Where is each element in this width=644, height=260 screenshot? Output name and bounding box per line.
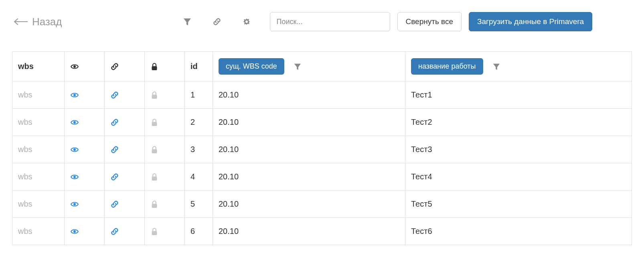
cell-link[interactable] xyxy=(105,136,145,163)
eye-icon xyxy=(70,63,79,71)
cell-lock[interactable] xyxy=(145,81,185,109)
lock-icon xyxy=(150,118,158,126)
header-lock[interactable] xyxy=(145,52,185,81)
eye-icon xyxy=(70,118,79,126)
cell-wbs: wbs xyxy=(12,136,65,163)
cell-lock[interactable] xyxy=(145,163,185,191)
cell-wbs-code: 20.10 xyxy=(213,163,405,191)
cell-work-name: Тест6 xyxy=(405,218,632,245)
header-work-name[interactable]: название работы xyxy=(405,52,632,81)
link-icon xyxy=(110,62,119,71)
cell-id: 2 xyxy=(185,109,213,136)
header-wbs-code[interactable]: сущ. WBS code xyxy=(213,52,405,81)
header-link[interactable] xyxy=(105,52,145,81)
link-icon xyxy=(110,200,119,209)
search-input[interactable] xyxy=(270,12,390,31)
link-icon xyxy=(213,17,221,26)
cell-lock[interactable] xyxy=(145,109,185,136)
lock-icon xyxy=(150,173,158,181)
table-row[interactable]: wbs420.10Тест4 xyxy=(12,163,632,191)
header-id[interactable]: id xyxy=(185,52,213,81)
wbs-code-pill[interactable]: сущ. WBS code xyxy=(219,58,284,75)
cell-link[interactable] xyxy=(105,163,145,191)
gear-icon xyxy=(242,17,251,26)
link-button[interactable] xyxy=(211,16,223,27)
work-name-pill[interactable]: название работы xyxy=(411,58,483,75)
link-icon xyxy=(110,118,119,127)
table-row[interactable]: wbs120.10Тест1 xyxy=(12,81,632,109)
header-wbs[interactable]: wbs xyxy=(12,52,65,81)
link-icon xyxy=(110,145,119,154)
collapse-all-button[interactable]: Свернуть все xyxy=(397,12,462,31)
lock-icon xyxy=(150,228,158,236)
lock-icon xyxy=(150,91,158,99)
cell-wbs: wbs xyxy=(12,218,65,245)
cell-id: 3 xyxy=(185,136,213,163)
load-primavera-button[interactable]: Загрузить данные в Primavera xyxy=(469,12,592,31)
table-header-row: wbs id сущ. WBS code xyxy=(12,52,632,81)
eye-icon xyxy=(70,228,79,236)
cell-wbs: wbs xyxy=(12,109,65,136)
lock-icon xyxy=(150,63,158,71)
link-icon xyxy=(110,91,119,100)
eye-icon xyxy=(70,200,79,208)
cell-wbs-code: 20.10 xyxy=(213,136,405,163)
cell-id: 6 xyxy=(185,218,213,245)
cell-link[interactable] xyxy=(105,191,145,218)
cell-wbs-code: 20.10 xyxy=(213,81,405,109)
eye-icon xyxy=(70,91,79,99)
cell-id: 1 xyxy=(185,81,213,109)
cell-work-name: Тест1 xyxy=(405,81,632,109)
link-icon xyxy=(110,227,119,236)
lock-icon xyxy=(150,146,158,154)
toolbar: Назад Свернуть все Загрузить данные в Pr… xyxy=(12,12,632,31)
wbs-code-filter[interactable] xyxy=(294,63,302,71)
cell-lock[interactable] xyxy=(145,218,185,245)
filter-icon xyxy=(492,63,500,71)
back-button[interactable]: Назад xyxy=(12,16,62,28)
eye-icon xyxy=(70,173,79,181)
data-table: wbs id сущ. WBS code xyxy=(12,51,632,245)
cell-link[interactable] xyxy=(105,81,145,109)
cell-link[interactable] xyxy=(105,109,145,136)
filter-icon xyxy=(294,63,302,71)
header-visibility[interactable] xyxy=(65,52,105,81)
back-label: Назад xyxy=(32,16,62,28)
cell-wbs: wbs xyxy=(12,191,65,218)
cell-wbs-code: 20.10 xyxy=(213,218,405,245)
cell-work-name: Тест3 xyxy=(405,136,632,163)
table-row[interactable]: wbs320.10Тест3 xyxy=(12,136,632,163)
work-name-filter[interactable] xyxy=(492,63,500,71)
eye-icon xyxy=(70,146,79,154)
cell-lock[interactable] xyxy=(145,191,185,218)
cell-visibility[interactable] xyxy=(65,136,105,163)
lock-icon xyxy=(150,200,158,208)
cell-wbs: wbs xyxy=(12,81,65,109)
cell-work-name: Тест2 xyxy=(405,109,632,136)
cell-work-name: Тест5 xyxy=(405,191,632,218)
cell-wbs-code: 20.10 xyxy=(213,109,405,136)
cell-work-name: Тест4 xyxy=(405,163,632,191)
cell-id: 4 xyxy=(185,163,213,191)
cell-visibility[interactable] xyxy=(65,191,105,218)
filter-button[interactable] xyxy=(182,16,193,27)
cell-id: 5 xyxy=(185,191,213,218)
cell-visibility[interactable] xyxy=(65,218,105,245)
cell-visibility[interactable] xyxy=(65,81,105,109)
settings-button[interactable] xyxy=(241,16,252,27)
cell-link[interactable] xyxy=(105,218,145,245)
cell-visibility[interactable] xyxy=(65,163,105,191)
arrow-left-icon xyxy=(12,18,30,26)
cell-visibility[interactable] xyxy=(65,109,105,136)
table-row[interactable]: wbs620.10Тест6 xyxy=(12,218,632,245)
filter-icon xyxy=(183,17,192,26)
cell-wbs: wbs xyxy=(12,163,65,191)
cell-wbs-code: 20.10 xyxy=(213,191,405,218)
cell-lock[interactable] xyxy=(145,136,185,163)
table-row[interactable]: wbs520.10Тест5 xyxy=(12,191,632,218)
link-icon xyxy=(110,173,119,181)
table-row[interactable]: wbs220.10Тест2 xyxy=(12,109,632,136)
